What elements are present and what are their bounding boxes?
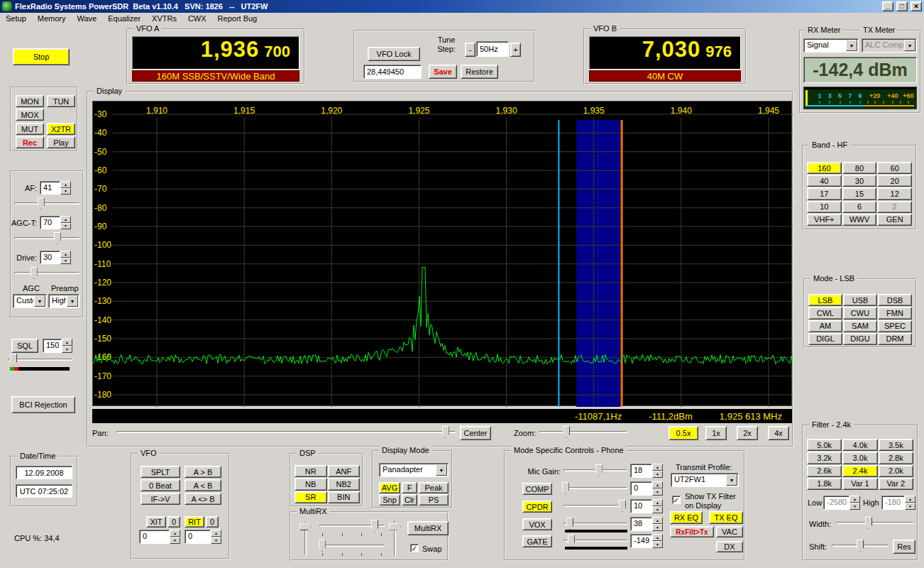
- mode-digl-button[interactable]: DIGL: [808, 333, 842, 345]
- gate-arrows[interactable]: ▲▼: [652, 534, 663, 548]
- mode-dsb-button[interactable]: DSB: [878, 294, 912, 306]
- rit-zero-button[interactable]: 0: [206, 516, 219, 528]
- filter-low-arrows[interactable]: ▲▼: [849, 496, 860, 510]
- a-swap-b-button[interactable]: A <> B: [185, 493, 221, 505]
- agct-arrows[interactable]: ▲▼: [60, 216, 71, 229]
- menu-report-bug[interactable]: Report Bug: [212, 13, 263, 24]
- band-12-button[interactable]: 12: [877, 187, 912, 200]
- multirx-gain-slider[interactable]: [319, 520, 385, 532]
- vfo-b-frequency-display[interactable]: 7,030 976: [589, 36, 741, 70]
- vox-arrows[interactable]: ▲▼: [652, 517, 663, 531]
- xit-stepper[interactable]: 0▲▼: [139, 530, 180, 544]
- rec-button[interactable]: Rec: [16, 136, 44, 148]
- swap-checkbox[interactable]: ✓: [410, 544, 419, 552]
- mode-sam-button[interactable]: SAM: [843, 320, 877, 332]
- pan-slider[interactable]: [116, 426, 456, 439]
- avg-button[interactable]: AVG: [379, 482, 400, 493]
- filter-3.2k-button[interactable]: 3.2k: [807, 452, 842, 464]
- rit-arrows[interactable]: ▲▼: [211, 530, 221, 544]
- band-gen-button[interactable]: GEN: [877, 214, 912, 226]
- tune-step-down-button[interactable]: -: [465, 43, 475, 57]
- minimize-button[interactable]: _: [882, 1, 893, 11]
- filter-2.0k-button[interactable]: 2.0k: [879, 465, 913, 477]
- if-to-vfo-button[interactable]: IF->V: [141, 493, 180, 505]
- preamp-select[interactable]: High▼: [48, 294, 79, 308]
- filter-3.5k-button[interactable]: 3.5k: [879, 439, 913, 451]
- chevron-down-icon[interactable]: ▼: [904, 40, 915, 51]
- filter-2.4k-button[interactable]: 2.4k: [842, 465, 877, 477]
- band-wwv-button[interactable]: WWV: [842, 214, 877, 226]
- menu-memory[interactable]: Memory: [32, 13, 72, 24]
- mon-button[interactable]: MON: [16, 95, 44, 107]
- xit-button[interactable]: XIT: [146, 516, 166, 528]
- mode-spec-button[interactable]: SPEC: [878, 320, 912, 332]
- filter-5.0k-button[interactable]: 5.0k: [807, 439, 842, 451]
- gate-button[interactable]: GATE: [522, 535, 552, 547]
- restore-button[interactable]: Restore: [461, 65, 498, 79]
- tun-button[interactable]: TUN: [47, 95, 75, 107]
- band-2-button[interactable]: 2: [877, 201, 912, 213]
- zoom-4x-button[interactable]: 4x: [768, 426, 789, 440]
- gate-stepper[interactable]: -149▲▼: [630, 534, 663, 548]
- filter-2.8k-button[interactable]: 2.8k: [879, 452, 913, 464]
- comp-button[interactable]: COMP: [522, 483, 552, 495]
- af-arrows[interactable]: ▲▼: [60, 181, 71, 195]
- mode-cwu-button[interactable]: CWU: [843, 307, 877, 319]
- chevron-down-icon[interactable]: ▼: [846, 40, 857, 51]
- menu-cwx[interactable]: CWX: [182, 13, 212, 24]
- play-button[interactable]: Play: [47, 136, 75, 148]
- show-tx-filter-checkbox[interactable]: ✓: [672, 496, 681, 504]
- filter-high-arrows[interactable]: ▲▼: [905, 496, 915, 510]
- band-30-button[interactable]: 30: [842, 175, 877, 187]
- mode-digu-button[interactable]: DIGU: [843, 333, 877, 345]
- agct-stepper[interactable]: 70▲▼: [40, 216, 71, 229]
- mode-am-button[interactable]: AM: [808, 320, 842, 332]
- bci-rejection-button[interactable]: BCI Rejection: [11, 396, 75, 413]
- a-to-b-button[interactable]: A > B: [185, 466, 221, 478]
- chevron-down-icon[interactable]: ▼: [67, 295, 78, 307]
- zoom-1x-button[interactable]: 1x: [705, 426, 727, 440]
- tune-step-up-button[interactable]: +: [510, 43, 521, 57]
- band-15-button[interactable]: 15: [842, 187, 877, 200]
- close-icon[interactable]: ✕: [911, 1, 922, 11]
- vox-button[interactable]: VOX: [522, 518, 552, 530]
- band-vhf-button[interactable]: VHF+: [807, 214, 842, 226]
- nb-button[interactable]: NB: [295, 478, 327, 490]
- chevron-down-icon[interactable]: ▼: [726, 474, 737, 486]
- snap-button[interactable]: Snp: [379, 494, 400, 506]
- zoom-0.5x-button[interactable]: 0.5x: [669, 426, 698, 440]
- x2tr-button[interactable]: X2TR: [47, 123, 75, 135]
- filter-width-slider[interactable]: [836, 517, 914, 530]
- drive-slider[interactable]: [14, 267, 79, 280]
- tx-eq-button[interactable]: TX EQ: [709, 511, 743, 524]
- agct-slider[interactable]: [14, 232, 79, 245]
- comp-stepper[interactable]: 0▲▼: [630, 481, 663, 496]
- af-slider[interactable]: [14, 197, 79, 210]
- xit-zero-button[interactable]: 0: [167, 516, 180, 528]
- filter-low-stepper[interactable]: -2580▲▼: [823, 496, 860, 510]
- filter-var2-button[interactable]: Var 2: [879, 478, 913, 490]
- save-button[interactable]: Save: [429, 65, 457, 79]
- mode-lsb-button[interactable]: LSB: [808, 294, 842, 306]
- sql-slider[interactable]: [9, 354, 72, 366]
- zoom-2x-button[interactable]: 2x: [737, 426, 758, 440]
- mode-fmn-button[interactable]: FMN: [878, 307, 912, 319]
- cpdr-button[interactable]: CPDR: [522, 501, 552, 513]
- menu-xvtrs[interactable]: XVTRs: [146, 13, 182, 24]
- band-80-button[interactable]: 80: [842, 162, 877, 174]
- mut-button[interactable]: MUT: [16, 123, 44, 135]
- sql-button[interactable]: SQL: [11, 339, 38, 353]
- band-17-button[interactable]: 17: [807, 187, 842, 200]
- band-60-button[interactable]: 60: [877, 162, 912, 174]
- clear-button[interactable]: Clr: [402, 494, 417, 506]
- mic-gain-slider[interactable]: [563, 464, 627, 477]
- maximize-button[interactable]: □: [896, 1, 908, 11]
- rxfilt-to-tx-button[interactable]: RxFilt>Tx: [670, 526, 714, 537]
- zero-beat-button[interactable]: 0 Beat: [141, 479, 180, 491]
- menu-wave[interactable]: Wave: [71, 13, 102, 24]
- mode-usb-button[interactable]: USB: [843, 294, 877, 306]
- filter-1.8k-button[interactable]: 1.8k: [807, 478, 842, 490]
- band-160-button[interactable]: 160: [807, 162, 842, 174]
- mic-gain-stepper[interactable]: 18▲▼: [630, 464, 663, 478]
- band-10-button[interactable]: 10: [807, 201, 842, 213]
